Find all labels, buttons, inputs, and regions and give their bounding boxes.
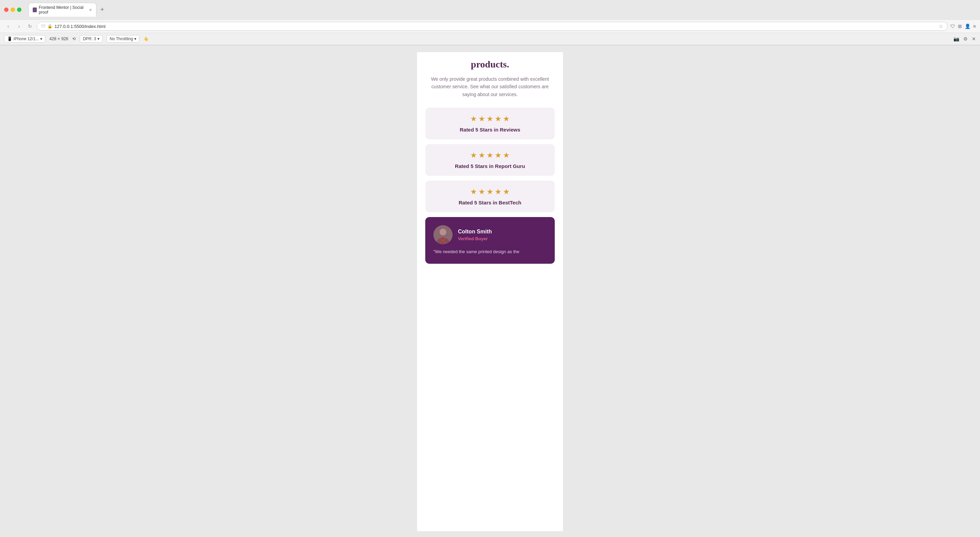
reviewer-info: Colton Smith Verified Buyer <box>458 229 492 241</box>
shield-icon: 🛡 <box>41 24 45 29</box>
address-bar: ‹ › ↻ 🛡 🔒 127.0.0.1:5500/index.html ☆ 🛡 … <box>0 19 980 33</box>
bookmarks-icon[interactable]: ⊞ <box>958 24 962 29</box>
review-text: "We needed the same printed design as th… <box>433 248 547 256</box>
reviewer-name: Colton Smith <box>458 229 492 235</box>
star-5: ★ <box>503 151 510 160</box>
minimize-button[interactable] <box>11 8 15 12</box>
tab-close-icon[interactable]: ✕ <box>89 8 92 12</box>
touch-icon[interactable]: 👆 <box>143 37 149 41</box>
throttle-selector[interactable]: No Throttling ▾ <box>107 35 139 43</box>
star-1: ★ <box>470 114 477 123</box>
reviewer-status: Verified Buyer <box>458 236 492 241</box>
star-5: ★ <box>503 114 510 123</box>
dimensions-display: 428 × 926 <box>49 37 68 41</box>
toolbar-right: 📷 ⚙ ✕ <box>953 36 976 41</box>
reviewer-header: Colton Smith Verified Buyer <box>433 225 547 244</box>
star-2: ★ <box>479 114 485 123</box>
page-wrapper: products. We only provide great products… <box>0 45 980 537</box>
dpr-selector[interactable]: DPR: 3 ▾ <box>80 35 103 43</box>
browser-chrome: Frontend Mentor | Social proof ✕ + ‹ › ↻… <box>0 0 980 45</box>
tab-bar: Frontend Mentor | Social proof ✕ + <box>24 3 111 17</box>
rating-label-reviews: Rated 5 Stars in Reviews <box>433 127 547 133</box>
back-button[interactable]: ‹ <box>4 22 12 30</box>
throttle-value: No Throttling <box>110 37 133 41</box>
lock-icon: 🔒 <box>48 24 52 29</box>
dpr-chevron: ▾ <box>97 37 100 41</box>
rating-card-report-guru: ★ ★ ★ ★ ★ Rated 5 Stars in Report Guru <box>425 144 555 176</box>
tab-title: Frontend Mentor | Social proof <box>39 5 86 15</box>
account-icon[interactable]: 👤 <box>965 24 970 29</box>
window-controls <box>4 8 21 12</box>
stars-report-guru: ★ ★ ★ ★ ★ <box>433 151 547 160</box>
star-1: ★ <box>470 187 477 196</box>
reviewer-avatar <box>433 225 452 244</box>
star-4: ★ <box>495 151 501 160</box>
page-content: products. We only provide great products… <box>417 52 563 279</box>
stars-besttech: ★ ★ ★ ★ ★ <box>433 187 547 196</box>
rating-label-besttech: Rated 5 Stars in BestTech <box>433 200 547 205</box>
dpr-value: DPR: 3 <box>83 37 96 41</box>
new-tab-button[interactable]: + <box>98 5 107 14</box>
bookmark-icon[interactable]: ☆ <box>939 24 943 29</box>
page-subtitle: We only provide great products combined … <box>425 75 555 98</box>
close-devtools-icon[interactable]: ✕ <box>972 36 976 41</box>
star-3: ★ <box>487 187 493 196</box>
browser-right-icons: 🛡 ⊞ 👤 ≡ <box>950 24 976 29</box>
page-title: products. <box>425 59 555 70</box>
menu-icon[interactable]: ≡ <box>973 24 976 29</box>
settings-icon[interactable]: ⚙ <box>963 36 968 41</box>
star-4: ★ <box>495 114 501 123</box>
device-toolbar: 📱 iPhone 12/1... ▾ 428 × 926 ⟲ DPR: 3 ▾ … <box>0 33 980 45</box>
width-value: 428 <box>49 37 56 41</box>
forward-button[interactable]: › <box>15 22 23 30</box>
title-bar: Frontend Mentor | Social proof ✕ + <box>0 0 980 19</box>
star-5: ★ <box>503 187 510 196</box>
device-selector[interactable]: 📱 iPhone 12/1... ▾ <box>4 35 45 43</box>
maximize-button[interactable] <box>17 8 21 12</box>
star-4: ★ <box>495 187 501 196</box>
refresh-button[interactable]: ↻ <box>26 22 34 30</box>
review-card-colton: Colton Smith Verified Buyer "We needed t… <box>425 217 555 264</box>
screenshot-icon[interactable]: 📷 <box>953 36 959 41</box>
device-icon: 📱 <box>7 37 12 41</box>
rating-card-besttech: ★ ★ ★ ★ ★ Rated 5 Stars in BestTech <box>425 181 555 212</box>
url-text: 127.0.0.1:5500/index.html <box>54 24 106 29</box>
star-2: ★ <box>479 187 485 196</box>
star-1: ★ <box>470 151 477 160</box>
height-value: 926 <box>61 37 68 41</box>
active-tab[interactable]: Frontend Mentor | Social proof ✕ <box>28 3 96 17</box>
star-3: ★ <box>487 114 493 123</box>
mobile-frame: products. We only provide great products… <box>417 52 563 531</box>
dimensions-separator: × <box>57 37 60 41</box>
star-3: ★ <box>487 151 493 160</box>
rating-label-report-guru: Rated 5 Stars in Report Guru <box>433 163 547 169</box>
throttle-chevron: ▾ <box>134 37 136 41</box>
shield-menu-icon[interactable]: 🛡 <box>950 24 955 29</box>
rating-card-reviews: ★ ★ ★ ★ ★ Rated 5 Stars in Reviews <box>425 108 555 139</box>
address-input[interactable]: 🛡 🔒 127.0.0.1:5500/index.html ☆ <box>37 22 948 31</box>
svg-point-1 <box>439 229 446 235</box>
rotate-icon[interactable]: ⟲ <box>72 37 76 41</box>
stars-reviews: ★ ★ ★ ★ ★ <box>433 114 547 123</box>
close-button[interactable] <box>4 8 8 12</box>
star-2: ★ <box>479 151 485 160</box>
device-name: iPhone 12/1... <box>14 37 39 41</box>
tab-favicon <box>33 8 37 12</box>
device-chevron: ▾ <box>40 37 42 41</box>
